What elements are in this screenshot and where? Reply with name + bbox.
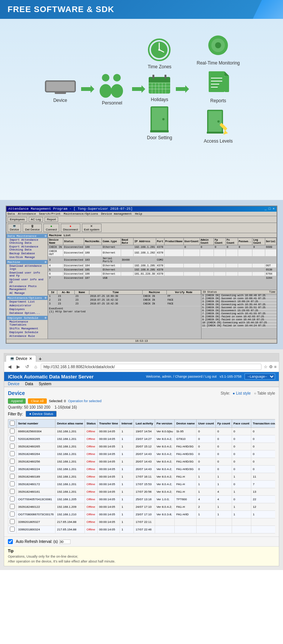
table-row[interactable]: 66691825600304 192.168.1.201 Offline 00:… (8, 428, 275, 435)
url-bar[interactable] (41, 364, 261, 370)
sidebar-item-att-rule[interactable]: Attendance Rule (6, 334, 48, 338)
table-row[interactable]: 3929182460172 192.168.1.201 Offline 00:0… (8, 481, 275, 488)
sidebar-item-download-logs[interactable]: Download attendance logs (6, 264, 48, 271)
nav-system[interactable]: System (39, 382, 51, 386)
log-table-row[interactable]: 2 23 23 2018-07-25 16:42:32 CHECK IN FAC… (48, 298, 201, 302)
sidebar-item-upload-user[interactable]: Upload user info and FP (6, 278, 48, 284)
machine-table-row[interactable]: CHECK IN Disconnected 108 Ethernet 192.1… (48, 245, 277, 249)
menu-help[interactable]: Help (135, 212, 142, 215)
row-checkbox[interactable] (10, 459, 15, 464)
table-row[interactable]: 3929182460189 192.168.1.201 Offline 00:0… (8, 473, 275, 481)
machine-table-row[interactable]: 7 Disconnected 107 USB 3204 (48, 276, 277, 280)
interval-input[interactable] (59, 539, 71, 544)
table-row[interactable]: 3929182460265 192.168.1.201 Offline 00:0… (8, 443, 275, 450)
sidebar-item-export[interactable]: Export Attendance Checking Data (6, 245, 48, 252)
table-row[interactable]: 3929182460161 192.168.1.201 Offline 00:0… (8, 488, 275, 496)
sidebar-item-ac[interactable]: AC Manage (6, 291, 48, 295)
back-button[interactable]: ◀ (6, 363, 13, 370)
log-table-row[interactable]: 3 23 23 2018-07-25 16:42:36 CHECK IN FAC… (48, 302, 201, 306)
row-checkbox[interactable] (10, 429, 15, 433)
auto-refresh-checkbox[interactable] (8, 539, 13, 544)
sidebar-item-db[interactable]: Database Option... (6, 311, 48, 315)
machine-table-row[interactable]: 3 Disconnected 103 Serial Port/U 38400 C… (48, 257, 277, 264)
machine-table-row[interactable]: CHECK OUT Disconnected 109 Ethernet 192.… (48, 249, 277, 257)
table-style-btn[interactable]: ○ Table style (254, 391, 275, 395)
table-row[interactable]: 3929182460224 192.168.1.201 Offline 00:0… (8, 466, 275, 473)
home-button[interactable]: ⌂ (33, 363, 38, 370)
row-checkbox[interactable] (10, 481, 15, 486)
table-row[interactable]: 3929182460256 192.168.1.201 Offline 00:0… (8, 458, 275, 466)
menu-device[interactable]: Device management (101, 212, 132, 215)
tab-close-icon[interactable]: ✕ (29, 357, 32, 361)
machine-table-row[interactable]: 6 Disconnected 106 Ethernet 101.81.228.3… (48, 272, 277, 276)
row-checkbox[interactable] (10, 504, 15, 509)
log-table-row[interactable]: 1 23 23 2018-07-25 16:09:39 CHECK IN FP (48, 295, 201, 298)
menu-icon[interactable]: ≡ (274, 364, 277, 369)
menu-attendance[interactable]: Attendance (18, 212, 36, 215)
sidebar-item-dept[interactable]: Department List (6, 300, 48, 304)
row-checkbox[interactable] (10, 444, 15, 449)
nav-device[interactable]: Device (8, 382, 20, 386)
sidebar-item-admin[interactable]: Administrator (6, 304, 48, 307)
tab-employees[interactable]: Employees (8, 217, 27, 222)
table-row[interactable]: 5203182600265 192.168.1.201 Offline 00:0… (8, 435, 275, 443)
table-row[interactable]: 3929182460122 192.168.1.209 Offline 00:0… (8, 503, 275, 511)
menu-maintenance[interactable]: Maintenance/Options (64, 212, 98, 215)
btn-device[interactable]: 💻 Device (8, 224, 21, 232)
machine-table-row[interactable]: 5 Disconnected 105 Ethernet 192.168.0.20… (48, 268, 277, 272)
table-row[interactable]: 3929182460264 192.168.1.201 Offline 00:0… (8, 450, 275, 458)
cell-pass (238, 257, 252, 264)
row-checkbox[interactable] (10, 474, 15, 479)
select-all-checkbox[interactable] (10, 421, 15, 426)
row-checkbox[interactable] (10, 519, 15, 524)
row-checkbox[interactable] (10, 496, 15, 501)
row-checkbox[interactable] (10, 436, 15, 441)
table-row[interactable]: OGT70040570413C0081 192.168.1.205 Offlin… (8, 496, 275, 503)
sidebar-item-shifts[interactable]: Shifts Management (6, 327, 48, 330)
browser-tab-device[interactable]: 💻 Device ✕ (6, 355, 36, 362)
btn-exit[interactable]: ✕ Exit system (82, 224, 102, 232)
tab-report[interactable]: Report (45, 217, 58, 222)
col-fp: Fp Count (214, 238, 226, 245)
table-row[interactable]: 3399201805327 217.65.194.88 Offline 00:0… (8, 518, 275, 526)
sidebar-item-timetables[interactable]: Maintenance Timetables (6, 320, 48, 327)
cell-serial: OGT70800667073C00176 (17, 511, 55, 518)
cell-port: COM2 (156, 257, 164, 264)
append-button[interactable]: Append (8, 398, 26, 404)
row-checkbox[interactable] (10, 512, 15, 516)
operation-btn[interactable]: Operation for selected (68, 399, 102, 403)
tab-aclog[interactable]: AC Log (29, 217, 43, 222)
sidebar-item-backup[interactable]: Backup Database (6, 252, 48, 255)
nav-data[interactable]: Data (25, 382, 33, 386)
menu-data[interactable]: Data (8, 212, 15, 215)
row-checkbox[interactable] (10, 451, 15, 456)
col-trans: Transaction count (251, 420, 275, 428)
sidebar-item-employees[interactable]: Employees (6, 307, 48, 311)
menu-search[interactable]: Search/Print (39, 212, 61, 215)
row-checkbox[interactable] (10, 466, 15, 471)
sidebar-item-disk[interactable]: Use/Disk Manage (6, 255, 48, 259)
list-style-btn[interactable]: ● List style (233, 391, 251, 395)
col-status: Status (85, 420, 97, 428)
star-icon[interactable]: ☆ (264, 364, 268, 369)
table-row[interactable]: OGT70800667073C00176 192.168.1.210 Offli… (8, 511, 275, 518)
new-tab-button[interactable]: + (37, 356, 44, 362)
btn-connect[interactable]: ● Connect (43, 224, 59, 232)
cell-fp: 1 (215, 481, 232, 488)
sidebar-item-download-user[interactable]: Download user info and Fp (6, 271, 48, 278)
table-row[interactable]: 3399201800324 217.65.194.88 Offline 00:0… (8, 526, 275, 533)
clear-button[interactable]: Clear All (28, 398, 47, 404)
machine-table-row[interactable]: 4 Disconnected 104 Ethernet 192.168.1.20… (48, 264, 277, 268)
refresh-button[interactable]: ↺ (24, 363, 31, 370)
device-status-filter[interactable]: ● Device Status (26, 411, 56, 417)
btn-del-device[interactable]: 🗑 Del Device (23, 224, 42, 232)
btn-disconnect[interactable]: ● Disconnect (61, 224, 80, 232)
language-dropdown[interactable]: --Language-- English (245, 373, 275, 380)
sidebar-item-import[interactable]: Import Attendance Checking Data (6, 238, 48, 245)
forward-button[interactable]: ▶ (15, 363, 22, 370)
settings-icon[interactable]: ⚙ (269, 364, 273, 369)
sidebar-item-emp-schedule[interactable]: Employee Schedule (6, 330, 48, 334)
row-checkbox[interactable] (10, 527, 15, 532)
sidebar-item-photo[interactable]: Attendance Photo Management (6, 284, 48, 291)
row-checkbox[interactable] (10, 489, 15, 494)
